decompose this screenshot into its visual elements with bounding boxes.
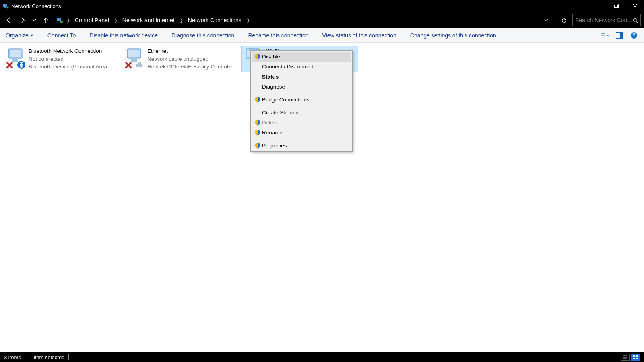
- svg-rect-32: [138, 62, 141, 65]
- search-input[interactable]: Search Network Con...: [572, 14, 641, 26]
- svg-rect-13: [602, 33, 605, 34]
- svg-rect-19: [620, 33, 623, 38]
- adapter-name: Ethernet: [147, 47, 234, 55]
- shield-icon: [253, 54, 262, 60]
- diagnose-connection-button[interactable]: Diagnose this connection: [171, 32, 234, 39]
- svg-line-11: [636, 21, 638, 23]
- svg-rect-5: [615, 4, 618, 7]
- maximize-button[interactable]: [607, 0, 625, 12]
- adapter-ethernet[interactable]: Ethernet Network cable unplugged Realtek…: [123, 46, 239, 72]
- address-row: ❯ Control Panel ❯ Network and Internet ❯…: [0, 12, 644, 28]
- separator: [255, 93, 348, 93]
- ctx-disable[interactable]: Disable: [252, 52, 351, 62]
- address-bar[interactable]: ❯ Control Panel ❯ Network and Internet ❯…: [54, 14, 553, 26]
- svg-rect-16: [601, 37, 602, 37]
- svg-point-10: [633, 18, 636, 21]
- help-button[interactable]: ?: [630, 31, 638, 40]
- svg-rect-41: [633, 355, 635, 357]
- change-settings-button[interactable]: Change settings of this connection: [410, 32, 496, 39]
- ctx-delete: Delete: [252, 118, 351, 128]
- refresh-button[interactable]: [558, 14, 570, 26]
- separator: [255, 106, 348, 106]
- address-dropdown-button[interactable]: [541, 18, 551, 22]
- chevron-right-icon[interactable]: ❯: [65, 18, 72, 23]
- command-bar: Organize▼ Connect To Disable this networ…: [0, 28, 644, 43]
- svg-rect-30: [131, 59, 137, 62]
- up-button[interactable]: [40, 14, 52, 26]
- divider: [68, 354, 69, 360]
- ctx-diagnose[interactable]: Diagnose: [252, 82, 351, 92]
- minimize-button[interactable]: [588, 0, 607, 12]
- svg-rect-15: [602, 35, 605, 35]
- caret-down-icon: ▼: [30, 33, 34, 37]
- status-selected-count: 1 item selected: [29, 354, 64, 360]
- window-title: Network Connections: [11, 3, 61, 9]
- svg-rect-29: [128, 50, 140, 57]
- details-view-button[interactable]: [621, 354, 630, 361]
- view-options-button[interactable]: [601, 31, 609, 40]
- chevron-right-icon[interactable]: ❯: [245, 18, 252, 23]
- adapter-device: Realtek PCIe GbE Family Controller: [147, 63, 234, 71]
- svg-rect-0: [3, 4, 7, 7]
- large-icons-view-button[interactable]: [631, 354, 640, 361]
- adapter-status: Not connected: [29, 55, 113, 63]
- ctx-rename[interactable]: Rename: [252, 128, 351, 138]
- divider: [25, 354, 25, 360]
- breadcrumb-network-and-internet[interactable]: Network and Internet: [121, 17, 176, 23]
- svg-rect-8: [57, 18, 61, 21]
- svg-rect-12: [601, 33, 602, 34]
- svg-rect-44: [636, 358, 638, 359]
- view-status-button[interactable]: View status of this connection: [322, 32, 396, 39]
- breadcrumb-control-panel[interactable]: Control Panel: [73, 17, 111, 23]
- svg-point-2: [7, 7, 9, 9]
- status-item-count: 3 items: [4, 354, 21, 360]
- svg-rect-24: [12, 59, 18, 62]
- svg-rect-4: [614, 5, 617, 8]
- ctx-status[interactable]: Status: [252, 72, 351, 82]
- connect-to-button[interactable]: Connect To: [47, 32, 76, 39]
- adapter-device: Bluetooth Device (Personal Area ...: [29, 63, 113, 71]
- search-placeholder: Search Network Con...: [575, 17, 632, 23]
- close-button[interactable]: [625, 0, 644, 12]
- chevron-right-icon[interactable]: ❯: [112, 18, 119, 23]
- ctx-connect-disconnect[interactable]: Connect / Disconnect: [252, 62, 351, 72]
- breadcrumb-network-connections[interactable]: Network Connections: [186, 17, 243, 23]
- status-bar: 3 items 1 item selected: [0, 352, 644, 362]
- preview-pane-button[interactable]: [615, 31, 624, 40]
- titlebar: Network Connections: [0, 0, 644, 12]
- rename-connection-button[interactable]: Rename this connection: [248, 32, 308, 39]
- shield-icon: [253, 97, 262, 103]
- svg-rect-14: [601, 35, 602, 36]
- chevron-right-icon[interactable]: ❯: [178, 18, 185, 23]
- ctx-create-shortcut[interactable]: Create Shortcut: [252, 108, 351, 118]
- content-area: Bluetooth Network Connection Not connect…: [0, 43, 644, 352]
- disable-device-button[interactable]: Disable this network device: [89, 32, 158, 39]
- svg-text:?: ?: [632, 33, 635, 38]
- svg-rect-1: [4, 7, 6, 8]
- svg-rect-17: [602, 37, 605, 37]
- ctx-bridge-connections[interactable]: Bridge Connections: [252, 95, 351, 105]
- network-adapter-icon: [6, 47, 25, 66]
- caret-down-icon: [607, 34, 609, 37]
- recent-locations-button[interactable]: [31, 14, 38, 26]
- shield-icon: [253, 120, 262, 126]
- location-icon: [56, 17, 63, 24]
- organize-menu[interactable]: Organize▼: [6, 32, 34, 39]
- context-menu: Disable Connect / Disconnect Status Diag…: [250, 50, 353, 152]
- separator: [255, 139, 348, 139]
- forward-button[interactable]: [17, 14, 28, 26]
- network-adapter-icon: [125, 47, 144, 66]
- ctx-properties[interactable]: Properties: [252, 141, 351, 151]
- svg-rect-23: [10, 50, 21, 57]
- adapter-name: Bluetooth Network Connection: [29, 47, 113, 55]
- svg-point-9: [60, 21, 63, 23]
- adapter-bluetooth[interactable]: Bluetooth Network Connection Not connect…: [4, 46, 121, 72]
- shield-icon: [253, 130, 262, 136]
- search-icon: [632, 17, 638, 23]
- shield-icon: [253, 143, 262, 149]
- svg-rect-43: [633, 358, 635, 359]
- svg-rect-42: [636, 355, 638, 357]
- adapter-status: Network cable unplugged: [147, 55, 234, 63]
- back-button[interactable]: [3, 14, 14, 26]
- app-icon: [2, 3, 9, 9]
